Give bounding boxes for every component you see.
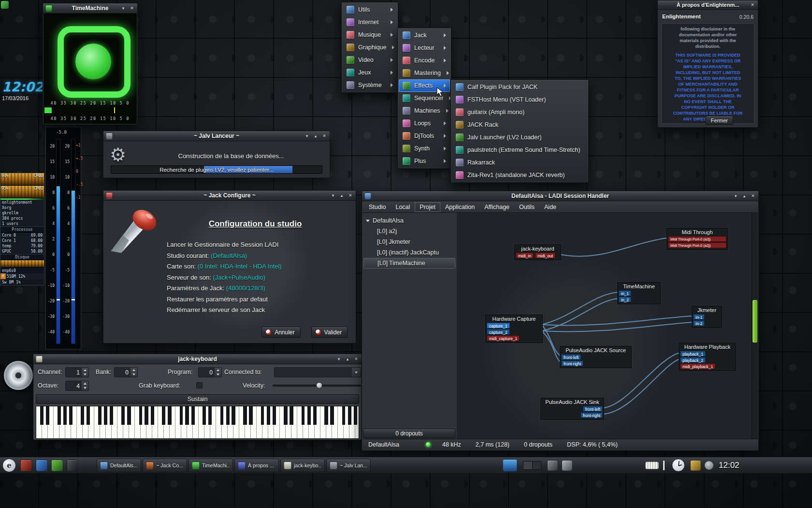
pager-desk-1[interactable] bbox=[523, 462, 533, 469]
shade-button[interactable] bbox=[329, 192, 337, 199]
menu-item-fsthost[interactable]: FSTHost Menu (VST Loader) bbox=[452, 93, 587, 106]
maximize-button[interactable] bbox=[338, 192, 346, 199]
jalv-titlebar[interactable]: ~ Jalv Lanceur ~ bbox=[103, 131, 330, 141]
cancel-button[interactable]: Annuler bbox=[261, 327, 300, 338]
port-in-1[interactable]: in_1 bbox=[619, 290, 631, 296]
grab-keyboard-checkbox[interactable] bbox=[196, 382, 203, 388]
shade-button[interactable] bbox=[335, 355, 343, 363]
cd-icon[interactable] bbox=[4, 361, 33, 390]
menu-item-jalv-launcher[interactable]: Jalv Launcher (LV2 Loader) bbox=[452, 131, 587, 144]
menu-item-lecteur[interactable]: Lecteur bbox=[399, 42, 450, 54]
section-disque[interactable]: Disque bbox=[0, 254, 44, 260]
menu-studio[interactable]: Studio bbox=[364, 203, 390, 211]
tree-item-jackcapture[interactable]: [L0] (inactif) JackCaptu bbox=[363, 247, 455, 258]
taskbar-clock[interactable]: 12:02 bbox=[719, 461, 740, 470]
menu-affichage[interactable]: Affichage bbox=[480, 203, 514, 211]
tree-item-a2j[interactable]: [L0] a2j bbox=[363, 226, 455, 237]
maximize-button[interactable] bbox=[740, 192, 748, 200]
media-icon[interactable] bbox=[36, 460, 47, 471]
desktop-gadget-icon[interactable] bbox=[1, 1, 9, 9]
node-timemachine[interactable]: TimeMachine in_1 in_2 bbox=[617, 282, 661, 304]
menu-item-systeme[interactable]: Système bbox=[343, 79, 397, 91]
canvas-scrollbar[interactable] bbox=[752, 213, 758, 439]
menu-item-paulstretch[interactable]: paulstretch (Extreme Sound Time-Stretch) bbox=[452, 144, 587, 156]
menu-item-rakarrack[interactable]: Rakarrack bbox=[452, 156, 587, 169]
port-in-1[interactable]: in-1 bbox=[693, 314, 705, 320]
menu-item-jackrack[interactable]: JACK Rack bbox=[452, 119, 587, 131]
port-front-right[interactable]: front-right bbox=[580, 412, 603, 418]
port-midi-out[interactable]: midi_out bbox=[535, 253, 555, 258]
config-item-params[interactable]: Paramètres de Jack: (48000/128/3) bbox=[167, 283, 349, 294]
channel-stepper[interactable]: 1 bbox=[65, 367, 89, 377]
port-midi-through-in[interactable]: Midi Through Port-0 (a2j) bbox=[668, 236, 726, 242]
packages-icon[interactable] bbox=[20, 460, 32, 471]
menu-item-internet[interactable]: Internet bbox=[343, 16, 397, 29]
menu-item-jeux[interactable]: Jeux bbox=[343, 66, 397, 79]
node-pulseaudio-source[interactable]: PulseAudio JACK Source front-left front-… bbox=[560, 346, 632, 368]
shade-button[interactable] bbox=[119, 4, 127, 12]
close-button[interactable] bbox=[320, 132, 328, 140]
config-item-soundcard[interactable]: Carte son: (0 Intel: HDA-Intel - HDA Int… bbox=[167, 261, 349, 272]
about-titlebar[interactable]: À propos d'Enlightenm... bbox=[658, 0, 758, 10]
port-front-left[interactable]: front-left bbox=[561, 354, 581, 360]
tree-item-jkmeter[interactable]: [L0] Jkmeter bbox=[363, 237, 455, 247]
shade-button[interactable] bbox=[303, 132, 311, 140]
expander-icon[interactable] bbox=[366, 220, 370, 222]
velocity-slider[interactable] bbox=[273, 382, 361, 389]
config-item-restore[interactable]: Restaurer les paramètres par defaut bbox=[167, 294, 349, 305]
menu-item-musique[interactable]: Musique bbox=[343, 29, 397, 41]
port-playback-1[interactable]: playback_1 bbox=[680, 351, 706, 357]
node-pulseaudio-sink[interactable]: PulseAudio JACK Sink front-left front-ri… bbox=[540, 398, 604, 420]
port-midi-through-out[interactable]: Midi Through Port-0 (a2j) bbox=[668, 242, 726, 248]
menu-projet[interactable]: Projet bbox=[415, 203, 440, 211]
taskbar-window-jalv[interactable]: ~ Jalv Lan... bbox=[326, 459, 371, 472]
scrollbar-thumb[interactable] bbox=[753, 300, 757, 343]
menu-application[interactable]: Application bbox=[441, 203, 479, 211]
terminal-icon[interactable] bbox=[67, 460, 78, 471]
taskbar-window-jack-keyboard[interactable]: jack-keybo... bbox=[280, 459, 325, 472]
taskbar-window-defaultalsa[interactable]: DefaultAls... bbox=[97, 459, 141, 472]
menu-aide[interactable]: Aide bbox=[540, 203, 561, 211]
menu-item-djtools[interactable]: DjTools bbox=[399, 130, 450, 142]
menu-item-video[interactable]: Video bbox=[343, 54, 397, 66]
close-button[interactable] bbox=[352, 355, 360, 363]
section-processus[interactable]: Processus bbox=[0, 226, 44, 233]
jack-configure-titlebar[interactable]: ~ Jack Configure ~ bbox=[103, 191, 356, 201]
ok-button[interactable]: Valider bbox=[311, 327, 348, 338]
program-stepper[interactable]: 0 bbox=[198, 367, 222, 377]
menu-item-jack[interactable]: Jack bbox=[399, 29, 450, 42]
maximize-button[interactable] bbox=[344, 355, 351, 363]
cpu-monitor-icon[interactable] bbox=[705, 461, 713, 470]
close-button[interactable] bbox=[749, 192, 757, 200]
port-midi-playback-1[interactable]: midi_playback_1 bbox=[680, 363, 715, 369]
port-in-2[interactable]: in-2 bbox=[693, 320, 705, 326]
tree-item-timemachine[interactable]: [L0] TimeMachine bbox=[363, 258, 455, 269]
port-capture-1[interactable]: capture_1 bbox=[487, 323, 510, 329]
menu-item-loops[interactable]: Loops bbox=[399, 117, 450, 130]
display-icon[interactable] bbox=[503, 459, 517, 471]
node-jack-keyboard[interactable]: jack-keyboard midi_in midi_out bbox=[514, 244, 561, 260]
menu-outils[interactable]: Outils bbox=[515, 203, 539, 211]
config-item-studio[interactable]: Studio courant: (DefaultAlsa) bbox=[167, 251, 349, 262]
port-playback-2[interactable]: playback_2 bbox=[680, 357, 706, 363]
port-front-right[interactable]: front-right bbox=[561, 360, 583, 366]
taskbar-window-timemachine[interactable]: TimeMachi... bbox=[188, 459, 233, 472]
analog-clock-icon[interactable] bbox=[672, 459, 685, 472]
menu-local[interactable]: Local bbox=[391, 203, 414, 211]
node-hardware-capture[interactable]: Hardware Capture capture_1 capture_2 mid… bbox=[485, 314, 543, 343]
menu-item-graphique[interactable]: Graphique bbox=[343, 41, 397, 54]
sustain-button[interactable]: Sustain bbox=[36, 394, 359, 404]
shade-button[interactable] bbox=[732, 192, 740, 200]
maximize-button[interactable] bbox=[312, 132, 319, 140]
connected-to-select[interactable] bbox=[274, 367, 361, 377]
pager[interactable] bbox=[523, 461, 541, 470]
node-midi-through[interactable]: Midi Through Midi Through Port-0 (a2j) M… bbox=[667, 228, 728, 250]
config-item-ladi[interactable]: Lancer le Gestionnaire de Session LADI bbox=[167, 239, 349, 251]
menu-item-encode[interactable]: Encode bbox=[399, 54, 450, 67]
menu-item-utils[interactable]: Utils bbox=[343, 3, 397, 16]
menu-item-guitarix[interactable]: guitarix (Ampli mono) bbox=[452, 106, 587, 119]
port-midi-capture-1[interactable]: midi_capture_1 bbox=[487, 335, 520, 341]
fermer-button[interactable]: Fermer bbox=[706, 116, 733, 125]
config-item-server[interactable]: Serveur de son: (Jack+PulseAudio) bbox=[167, 272, 349, 284]
octave-stepper[interactable]: 4 bbox=[65, 381, 89, 391]
